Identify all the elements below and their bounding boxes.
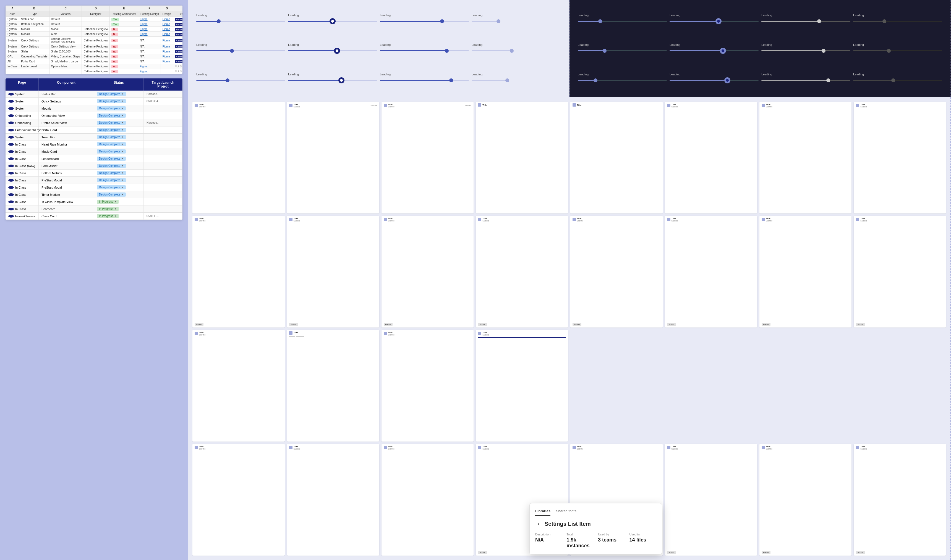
comp-button[interactable]: Button	[478, 323, 487, 326]
col-letter-b: B	[19, 6, 49, 11]
comp-icon	[762, 218, 765, 221]
sliders-dark: Leading Leading Leading	[570, 0, 951, 97]
slider-label: Leading	[380, 72, 469, 76]
comp-icon	[384, 332, 387, 335]
header-variants[interactable]: Variants	[49, 11, 82, 17]
comp-subtitle: Subtitle	[672, 220, 678, 222]
header-designer[interactable]: Designer	[82, 11, 110, 17]
slider-track-container	[472, 18, 560, 24]
slider-track-container-dark	[853, 18, 942, 24]
comp-icon	[384, 446, 387, 449]
comp-subtitle: Subtitle	[672, 448, 678, 450]
lib-back-button[interactable]: ‹	[535, 520, 542, 527]
comp-button[interactable]: Button	[573, 323, 581, 326]
tracker-row: Entertainment/Layers Portal Card Design …	[6, 126, 182, 134]
header-status[interactable]: Status	[173, 11, 182, 17]
comp-subtitle: Subtitle	[388, 106, 395, 108]
tab-libraries[interactable]: Libraries	[535, 509, 550, 516]
slider-label: Leading	[288, 14, 377, 17]
slider-label: Leading	[380, 43, 469, 46]
comp-subtitle: Subtitle	[199, 448, 205, 450]
comp-title: Title	[766, 217, 772, 220]
tracker-row: In Class Scorecard In Progress ▼	[6, 205, 182, 212]
slider-group-dark: Leading	[761, 64, 851, 91]
comp-subtitle: Subtitle	[766, 220, 772, 222]
comp-button[interactable]: Button	[667, 551, 676, 554]
comp-icon	[384, 218, 387, 221]
table-row: System Modals Alert Catherine Pettigrew …	[6, 32, 183, 37]
slider-group: Leading	[472, 35, 560, 62]
comp-button[interactable]: Button	[195, 323, 204, 326]
slider-group: Leading	[196, 35, 285, 62]
comp-icon	[856, 218, 859, 221]
tracker-row: In Class PreStart Modal - Design Complet…	[6, 184, 182, 191]
comp-button[interactable]: Button	[762, 323, 770, 326]
comp-button[interactable]: Button	[289, 323, 298, 326]
slider-label: Leading	[196, 72, 285, 76]
header-existing-comp[interactable]: Existing Component	[110, 11, 138, 17]
slider-track-container	[288, 18, 377, 24]
comp-icon	[478, 332, 481, 335]
libraries-tabs: Libraries Shared fonts	[535, 509, 656, 516]
tracker-row: System Modals Design Complete ▼	[6, 105, 182, 112]
comp-title: Title	[672, 445, 678, 448]
comp-button[interactable]: Button	[856, 323, 865, 326]
comp-button[interactable]: Button	[856, 551, 865, 554]
lib-stat-value: 3 teams	[598, 537, 625, 543]
comp-button[interactable]: Button	[667, 323, 676, 326]
col-letter-d: D	[82, 6, 110, 11]
slider-label-dark: Leading	[578, 43, 667, 46]
table-row: In Class Leaderboard Options Menu Cather…	[6, 64, 183, 69]
comp-subtitle: Subtitle	[293, 220, 300, 222]
component-card: Title Subtitle	[854, 102, 946, 214]
comp-title: Title	[388, 331, 395, 334]
slider-track-container-dark	[670, 48, 759, 54]
slider-label: Leading	[472, 72, 560, 76]
lib-stat-total: Total 1.9k instances	[567, 533, 594, 549]
comp-subtitle: Subtitle	[199, 334, 205, 336]
header-existing-design[interactable]: Existing Design	[138, 11, 161, 17]
slider-track-container-dark	[761, 18, 851, 24]
slider-group-dark: Leading	[578, 35, 667, 62]
component-card: Title Subtitle	[381, 330, 474, 442]
component-card-with-button: Title Subtitle Button	[192, 216, 285, 328]
table-row: System Quick Settings Settings List item…	[6, 37, 183, 44]
right-panel: Leading Leading Leading	[188, 0, 951, 560]
header-type[interactable]: Type	[19, 11, 49, 17]
comp-button[interactable]: Button	[478, 551, 487, 554]
comp-icon	[573, 218, 576, 221]
slider-track-container-dark	[853, 78, 942, 83]
comp-button[interactable]: Button	[384, 323, 392, 326]
component-card-with-button: Title Subtitle Button	[287, 216, 379, 328]
comp-title: Title	[199, 445, 205, 448]
slider-group-dark: Leading	[853, 35, 942, 62]
slider-label-dark: Leading	[670, 43, 759, 46]
libraries-popup: Libraries Shared fonts ‹ Settings List I…	[530, 503, 662, 554]
tab-shared-fonts[interactable]: Shared fonts	[556, 509, 576, 516]
slider-label-dark: Leading	[578, 14, 667, 17]
component-card: Title	[476, 102, 568, 214]
header-area[interactable]: Area	[6, 11, 19, 17]
slider-group: Leading	[380, 6, 469, 32]
comp-icon	[762, 446, 765, 449]
comp-title: Title	[672, 103, 678, 106]
col-letter-a: A	[6, 6, 19, 11]
comp-button[interactable]: Button	[762, 551, 770, 554]
comp-icon	[856, 446, 859, 449]
comp-icon	[289, 331, 292, 335]
slider-label-dark: Leading	[761, 14, 851, 17]
comp-icon	[667, 446, 670, 449]
comp-title: Title	[860, 103, 867, 106]
header-design[interactable]: Design	[161, 11, 173, 17]
comp-icon	[289, 104, 292, 107]
col-letter-h: H	[173, 6, 182, 11]
table-row: System Status bar Default Yes Figma Figm…	[6, 17, 183, 22]
tracker-row: System Quick Settings Design Complete ▼ …	[6, 98, 182, 105]
lib-stat-label: Used by	[598, 533, 625, 536]
tracker-row: In Class In Class Template View In Progr…	[6, 198, 182, 205]
spreadsheet-table: A B C D E F G H Area Type Variants Desig…	[6, 6, 182, 74]
table-row: System Modals Modal Catherine Pettigrew …	[6, 27, 183, 32]
component-card: Title Subtitle Subtitle	[381, 102, 474, 214]
comp-icon	[289, 446, 292, 449]
comp-subtitle: Subtitle	[672, 106, 678, 108]
